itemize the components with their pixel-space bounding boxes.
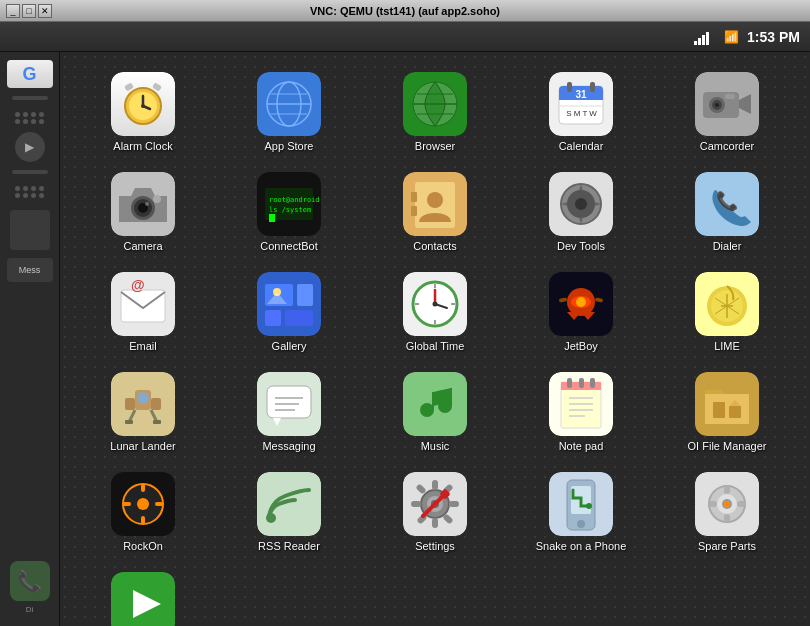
app-item-email[interactable]: @ Email [70, 262, 216, 362]
app-icon-browser [403, 72, 467, 136]
sidebar-search[interactable]: G [7, 60, 53, 88]
app-icon-connectbot: root@android:~# ls /system [257, 172, 321, 236]
app-label-music: Music [421, 440, 450, 452]
app-item-contacts[interactable]: Contacts [362, 162, 508, 262]
svg-rect-136 [123, 502, 131, 506]
svg-rect-134 [141, 484, 145, 492]
svg-rect-69 [297, 284, 313, 306]
sidebar-play-button[interactable]: ▶ [15, 132, 45, 162]
statusbar: 📶 1:53 PM [0, 22, 810, 52]
app-item-snake-on-a-phone[interactable]: Snake on a Phone [508, 462, 654, 562]
app-item-browser[interactable]: Browser [362, 62, 508, 162]
svg-point-139 [266, 513, 276, 523]
svg-point-87 [576, 297, 586, 307]
app-item-calendar[interactable]: 31 S M T W Calendar [508, 62, 654, 162]
signal-icon [694, 29, 712, 45]
app-label-dialer: Dialer [713, 240, 742, 252]
svg-rect-104 [153, 420, 161, 424]
svg-rect-165 [709, 501, 717, 507]
svg-rect-147 [449, 501, 459, 507]
app-item-global-time[interactable]: Global Time [362, 262, 508, 362]
svg-rect-166 [737, 501, 745, 507]
svg-rect-1 [698, 38, 701, 45]
app-item-note-pad[interactable]: Note pad [508, 362, 654, 462]
svg-rect-71 [285, 310, 313, 326]
app-item-connectbot[interactable]: root@android:~# ls /system ConnectBot [216, 162, 362, 262]
svg-text:S: S [566, 109, 571, 118]
app-icon-camcorder [695, 72, 759, 136]
svg-rect-56 [411, 192, 417, 202]
app-item-lime[interactable]: LIME [654, 262, 800, 362]
app-label-browser: Browser [415, 140, 455, 152]
app-item-videos[interactable]: Videos [70, 562, 216, 626]
app-label-email: Email [129, 340, 157, 352]
app-label-gallery: Gallery [272, 340, 307, 352]
svg-rect-163 [724, 486, 730, 494]
app-label-rss-reader: RSS Reader [258, 540, 320, 552]
app-item-rockon[interactable]: RockOn [70, 462, 216, 562]
svg-rect-144 [432, 480, 438, 490]
app-item-dev-tools[interactable]: Dev Tools [508, 162, 654, 262]
sidebar-dots [15, 112, 45, 124]
app-icon-settings [403, 472, 467, 536]
app-icon-global-time [403, 272, 467, 336]
app-icon-contacts [403, 172, 467, 236]
app-label-alarm-clock: Alarm Clock [113, 140, 172, 152]
svg-point-61 [575, 198, 587, 210]
sidebar-divider [12, 96, 48, 100]
app-icon-oi-file-manager [695, 372, 759, 436]
app-label-calendar: Calendar [559, 140, 604, 152]
sidebar-thumbnail [10, 210, 50, 250]
svg-rect-129 [729, 406, 741, 418]
close-button[interactable]: ✕ [38, 4, 52, 18]
app-grid-container: Alarm Clock App Store Browser 31 S M T W… [60, 52, 810, 626]
app-icon-calendar: 31 S M T W [549, 72, 613, 136]
svg-text:W: W [589, 109, 597, 118]
app-item-oi-file-manager[interactable]: OI File Manager [654, 362, 800, 462]
app-item-jetboy[interactable]: JetBoy [508, 262, 654, 362]
main-area: G ▶ Mess 📞 Di Alarm Clock [0, 52, 810, 626]
app-label-connectbot: ConnectBot [260, 240, 317, 252]
app-item-settings[interactable]: Settings [362, 462, 508, 562]
svg-point-157 [577, 520, 585, 528]
svg-rect-0 [694, 41, 697, 45]
svg-rect-103 [125, 420, 133, 424]
sidebar-messages[interactable]: Mess [7, 258, 53, 282]
svg-rect-33 [567, 82, 572, 92]
app-item-app-store[interactable]: App Store [216, 62, 362, 162]
svg-rect-107 [267, 386, 311, 418]
sidebar-phone[interactable]: 📞 [10, 561, 50, 601]
app-label-messaging: Messaging [262, 440, 315, 452]
svg-point-114 [438, 399, 452, 413]
app-item-rss-reader[interactable]: RSS Reader [216, 462, 362, 562]
app-label-settings: Settings [415, 540, 455, 552]
svg-point-9 [141, 104, 145, 108]
app-label-dev-tools: Dev Tools [557, 240, 605, 252]
app-icon-gallery [257, 272, 321, 336]
minimize-button[interactable]: _ [6, 4, 20, 18]
battery-icon: 📶 [724, 30, 739, 44]
app-label-rockon: RockOn [123, 540, 163, 552]
titlebar-title: VNC: QEMU (tst141) (auf app2.soho) [52, 5, 758, 17]
maximize-button[interactable]: □ [22, 4, 36, 18]
status-time: 1:53 PM [747, 29, 800, 45]
app-item-lunar-lander[interactable]: Lunar Lander [70, 362, 216, 462]
app-label-lime: LIME [714, 340, 740, 352]
titlebar-buttons[interactable]: _ □ ✕ [6, 4, 52, 18]
app-item-music[interactable]: Music [362, 362, 508, 462]
svg-rect-126 [590, 378, 595, 388]
app-item-gallery[interactable]: Gallery [216, 262, 362, 362]
svg-text:📞: 📞 [716, 190, 739, 212]
app-grid: Alarm Clock App Store Browser 31 S M T W… [60, 62, 810, 626]
app-label-snake-on-a-phone: Snake on a Phone [536, 540, 627, 552]
app-item-camcorder[interactable]: Camcorder [654, 62, 800, 162]
app-icon-alarm-clock [111, 72, 175, 136]
app-item-spare-parts[interactable]: Spare Parts [654, 462, 800, 562]
app-item-camera[interactable]: Camera [70, 162, 216, 262]
app-item-messaging[interactable]: Messaging [216, 362, 362, 462]
svg-text:root@android:~#: root@android:~# [269, 196, 321, 204]
app-item-dialer[interactable]: 📞 Dialer [654, 162, 800, 262]
app-label-jetboy: JetBoy [564, 340, 598, 352]
app-item-alarm-clock[interactable]: Alarm Clock [70, 62, 216, 162]
svg-text:M: M [574, 109, 581, 118]
